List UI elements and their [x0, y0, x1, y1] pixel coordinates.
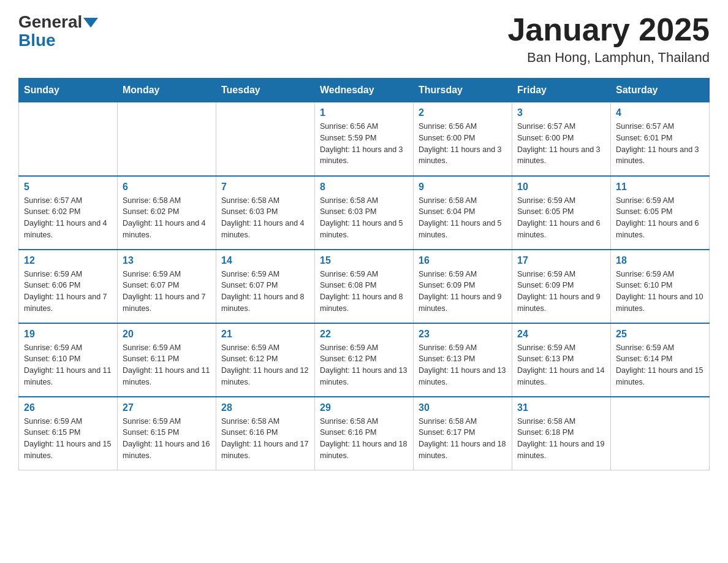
day-info: Sunrise: 6:56 AM Sunset: 5:59 PM Dayligh… — [320, 121, 408, 167]
day-number: 27 — [123, 402, 211, 413]
day-number: 3 — [517, 107, 605, 118]
calendar-cell: 11Sunrise: 6:59 AM Sunset: 6:05 PM Dayli… — [611, 176, 710, 250]
day-info: Sunrise: 6:59 AM Sunset: 6:09 PM Dayligh… — [517, 269, 605, 315]
day-info: Sunrise: 6:58 AM Sunset: 6:02 PM Dayligh… — [123, 195, 211, 241]
day-info: Sunrise: 6:59 AM Sunset: 6:15 PM Dayligh… — [123, 416, 211, 462]
day-number: 23 — [419, 329, 507, 340]
day-number: 29 — [320, 402, 408, 413]
calendar-header-friday: Friday — [512, 79, 611, 102]
day-info: Sunrise: 6:59 AM Sunset: 6:15 PM Dayligh… — [24, 416, 112, 462]
page-header: General Blue January 2025 Ban Hong, Lamp… — [18, 12, 710, 66]
day-info: Sunrise: 6:57 AM Sunset: 6:00 PM Dayligh… — [517, 121, 605, 167]
day-number: 20 — [123, 329, 211, 340]
day-info: Sunrise: 6:56 AM Sunset: 6:00 PM Dayligh… — [419, 121, 507, 167]
day-info: Sunrise: 6:59 AM Sunset: 6:14 PM Dayligh… — [616, 342, 704, 388]
day-info: Sunrise: 6:58 AM Sunset: 6:16 PM Dayligh… — [221, 416, 309, 462]
day-number: 9 — [419, 182, 507, 193]
calendar-cell — [611, 397, 710, 470]
day-info: Sunrise: 6:59 AM Sunset: 6:12 PM Dayligh… — [320, 342, 408, 388]
calendar-cell: 4Sunrise: 6:57 AM Sunset: 6:01 PM Daylig… — [611, 102, 710, 176]
logo-general-text: General — [18, 12, 82, 32]
day-number: 26 — [24, 402, 112, 413]
calendar-cell: 7Sunrise: 6:58 AM Sunset: 6:03 PM Daylig… — [216, 176, 315, 250]
day-number: 14 — [221, 255, 309, 266]
day-number: 1 — [320, 107, 408, 118]
calendar-cell: 8Sunrise: 6:58 AM Sunset: 6:03 PM Daylig… — [315, 176, 414, 250]
location-title: Ban Hong, Lamphun, Thailand — [507, 50, 710, 66]
day-number: 31 — [517, 402, 605, 413]
calendar-cell: 10Sunrise: 6:59 AM Sunset: 6:05 PM Dayli… — [512, 176, 611, 250]
calendar-cell: 3Sunrise: 6:57 AM Sunset: 6:00 PM Daylig… — [512, 102, 611, 176]
calendar-cell: 14Sunrise: 6:59 AM Sunset: 6:07 PM Dayli… — [216, 250, 315, 323]
calendar-table: SundayMondayTuesdayWednesdayThursdayFrid… — [18, 78, 710, 470]
calendar-header-saturday: Saturday — [611, 79, 710, 102]
day-info: Sunrise: 6:59 AM Sunset: 6:06 PM Dayligh… — [24, 269, 112, 315]
calendar-header-sunday: Sunday — [19, 79, 118, 102]
day-info: Sunrise: 6:58 AM Sunset: 6:18 PM Dayligh… — [517, 416, 605, 462]
day-number: 25 — [616, 329, 704, 340]
day-number: 24 — [517, 329, 605, 340]
calendar-cell — [19, 102, 118, 176]
calendar-cell: 20Sunrise: 6:59 AM Sunset: 6:11 PM Dayli… — [118, 323, 216, 397]
calendar-header-monday: Monday — [118, 79, 216, 102]
logo-triangle-icon — [83, 18, 98, 28]
logo-blue-text: Blue — [18, 31, 56, 50]
day-number: 12 — [24, 255, 112, 266]
calendar-cell: 22Sunrise: 6:59 AM Sunset: 6:12 PM Dayli… — [315, 323, 414, 397]
day-number: 21 — [221, 329, 309, 340]
day-info: Sunrise: 6:58 AM Sunset: 6:16 PM Dayligh… — [320, 416, 408, 462]
calendar-cell: 1Sunrise: 6:56 AM Sunset: 5:59 PM Daylig… — [315, 102, 414, 176]
day-info: Sunrise: 6:59 AM Sunset: 6:05 PM Dayligh… — [616, 195, 704, 241]
day-info: Sunrise: 6:58 AM Sunset: 6:03 PM Dayligh… — [221, 195, 309, 241]
day-info: Sunrise: 6:59 AM Sunset: 6:11 PM Dayligh… — [123, 342, 211, 388]
calendar-header-tuesday: Tuesday — [216, 79, 315, 102]
calendar-cell: 25Sunrise: 6:59 AM Sunset: 6:14 PM Dayli… — [611, 323, 710, 397]
day-info: Sunrise: 6:58 AM Sunset: 6:04 PM Dayligh… — [419, 195, 507, 241]
day-info: Sunrise: 6:59 AM Sunset: 6:13 PM Dayligh… — [419, 342, 507, 388]
calendar-cell: 23Sunrise: 6:59 AM Sunset: 6:13 PM Dayli… — [414, 323, 512, 397]
calendar-cell: 15Sunrise: 6:59 AM Sunset: 6:08 PM Dayli… — [315, 250, 414, 323]
calendar-week-row: 12Sunrise: 6:59 AM Sunset: 6:06 PM Dayli… — [19, 250, 710, 323]
day-number: 19 — [24, 329, 112, 340]
calendar-cell — [216, 102, 315, 176]
calendar-cell: 27Sunrise: 6:59 AM Sunset: 6:15 PM Dayli… — [118, 397, 216, 470]
day-info: Sunrise: 6:59 AM Sunset: 6:07 PM Dayligh… — [123, 269, 211, 315]
day-number: 13 — [123, 255, 211, 266]
day-number: 5 — [24, 182, 112, 193]
day-number: 7 — [221, 182, 309, 193]
calendar-cell: 29Sunrise: 6:58 AM Sunset: 6:16 PM Dayli… — [315, 397, 414, 470]
day-number: 15 — [320, 255, 408, 266]
calendar-header-thursday: Thursday — [414, 79, 512, 102]
calendar-cell: 5Sunrise: 6:57 AM Sunset: 6:02 PM Daylig… — [19, 176, 118, 250]
day-number: 10 — [517, 182, 605, 193]
day-info: Sunrise: 6:59 AM Sunset: 6:10 PM Dayligh… — [24, 342, 112, 388]
day-info: Sunrise: 6:58 AM Sunset: 6:17 PM Dayligh… — [419, 416, 507, 462]
day-number: 18 — [616, 255, 704, 266]
calendar-week-row: 26Sunrise: 6:59 AM Sunset: 6:15 PM Dayli… — [19, 397, 710, 470]
calendar-cell: 19Sunrise: 6:59 AM Sunset: 6:10 PM Dayli… — [19, 323, 118, 397]
day-number: 11 — [616, 182, 704, 193]
month-title: January 2025 — [507, 12, 710, 47]
calendar-cell: 12Sunrise: 6:59 AM Sunset: 6:06 PM Dayli… — [19, 250, 118, 323]
day-info: Sunrise: 6:59 AM Sunset: 6:05 PM Dayligh… — [517, 195, 605, 241]
calendar-cell: 17Sunrise: 6:59 AM Sunset: 6:09 PM Dayli… — [512, 250, 611, 323]
calendar-cell: 9Sunrise: 6:58 AM Sunset: 6:04 PM Daylig… — [414, 176, 512, 250]
day-info: Sunrise: 6:59 AM Sunset: 6:13 PM Dayligh… — [517, 342, 605, 388]
calendar-week-row: 5Sunrise: 6:57 AM Sunset: 6:02 PM Daylig… — [19, 176, 710, 250]
day-number: 28 — [221, 402, 309, 413]
day-info: Sunrise: 6:59 AM Sunset: 6:12 PM Dayligh… — [221, 342, 309, 388]
calendar-cell: 6Sunrise: 6:58 AM Sunset: 6:02 PM Daylig… — [118, 176, 216, 250]
day-number: 2 — [419, 107, 507, 118]
day-info: Sunrise: 6:58 AM Sunset: 6:03 PM Dayligh… — [320, 195, 408, 241]
calendar-cell: 13Sunrise: 6:59 AM Sunset: 6:07 PM Dayli… — [118, 250, 216, 323]
calendar-cell: 18Sunrise: 6:59 AM Sunset: 6:10 PM Dayli… — [611, 250, 710, 323]
calendar-cell: 26Sunrise: 6:59 AM Sunset: 6:15 PM Dayli… — [19, 397, 118, 470]
calendar-cell: 24Sunrise: 6:59 AM Sunset: 6:13 PM Dayli… — [512, 323, 611, 397]
day-number: 22 — [320, 329, 408, 340]
day-number: 30 — [419, 402, 507, 413]
day-info: Sunrise: 6:59 AM Sunset: 6:08 PM Dayligh… — [320, 269, 408, 315]
calendar-week-row: 19Sunrise: 6:59 AM Sunset: 6:10 PM Dayli… — [19, 323, 710, 397]
day-info: Sunrise: 6:57 AM Sunset: 6:02 PM Dayligh… — [24, 195, 112, 241]
calendar-cell: 31Sunrise: 6:58 AM Sunset: 6:18 PM Dayli… — [512, 397, 611, 470]
day-number: 8 — [320, 182, 408, 193]
